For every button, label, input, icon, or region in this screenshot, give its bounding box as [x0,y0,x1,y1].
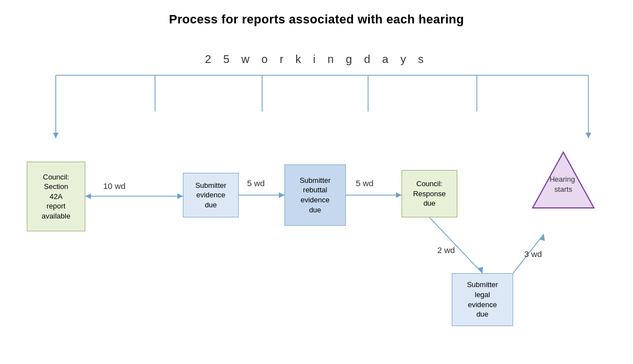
arrow-label-5wd-b: 5 wd [356,178,374,188]
diagram-container: Process for reports associated with each… [0,0,633,364]
box-submitter-rebuttal-label: Submitterrebuttalevidencedue [299,176,331,215]
box-submitter-evidence-label: Submitterevidencedue [195,181,226,210]
svg-marker-13 [279,192,284,198]
arrow-label-3wd: 3 wd [524,249,542,259]
box-submitter-rebuttal: Submitterrebuttalevidencedue [284,164,346,226]
triangle-hearing-starts: Hearing starts [530,149,597,211]
svg-marker-10 [177,193,183,199]
svg-marker-17 [477,267,483,273]
arrow-label-10wd: 10 wd [103,181,125,191]
box-council-response: Council:Responsedue [402,170,457,217]
svg-marker-8 [586,133,591,138]
svg-marker-7 [53,133,59,138]
svg-marker-11 [85,193,91,199]
arrow-label-2wd: 2 wd [437,245,455,255]
box-submitter-legal: Submitterlegalevidencedue [452,273,513,326]
box-council-42a-label: Council:Section42Areportavailable [42,172,70,221]
arrow-label-5wd-a: 5 wd [247,178,265,188]
box-council-42a: Council:Section42Areportavailable [27,162,85,231]
box-council-response-label: Council:Responsedue [413,179,446,208]
box-submitter-evidence: Submitterevidencedue [183,173,239,217]
svg-marker-15 [396,192,402,198]
box-submitter-legal-label: Submitterlegalevidencedue [467,280,498,319]
